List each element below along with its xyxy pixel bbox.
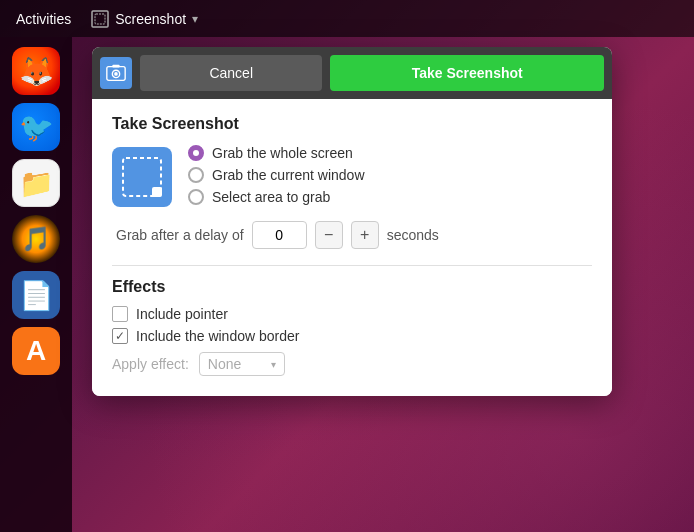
activities-button[interactable]: Activities — [8, 7, 79, 31]
svg-rect-0 — [92, 11, 108, 27]
radio-select-area-label: Select area to grab — [212, 189, 330, 205]
apply-effect-row: Apply effect: None ▾ — [112, 352, 592, 376]
radio-whole-screen[interactable]: Grab the whole screen — [188, 145, 365, 161]
radio-select-area[interactable]: Select area to grab — [188, 189, 365, 205]
app-title-label: Screenshot — [115, 11, 186, 27]
selection-area-icon — [120, 155, 164, 199]
radio-current-window-circle — [188, 167, 204, 183]
cancel-button[interactable]: Cancel — [140, 55, 322, 91]
delay-minus-button[interactable]: − — [315, 221, 343, 249]
delay-input[interactable]: 0 — [252, 221, 307, 249]
svg-rect-1 — [95, 14, 105, 24]
sidebar-item-files[interactable] — [12, 159, 60, 207]
dialog-area: Cancel Take Screenshot Take Screenshot — [72, 37, 694, 532]
toolbar-screenshot-icon — [100, 57, 132, 89]
radio-current-window-label: Grab the current window — [212, 167, 365, 183]
delay-row: Grab after a delay of 0 − + seconds — [112, 221, 592, 249]
radio-whole-screen-circle — [188, 145, 204, 161]
svg-point-5 — [114, 72, 118, 76]
apply-effect-dropdown[interactable]: None ▾ — [199, 352, 285, 376]
camera-icon — [105, 62, 127, 84]
delay-label: Grab after a delay of — [116, 227, 244, 243]
delay-unit-label: seconds — [387, 227, 439, 243]
include-pointer-item[interactable]: Include pointer — [112, 306, 592, 322]
radio-whole-screen-label: Grab the whole screen — [212, 145, 353, 161]
dropdown-arrow-icon: ▾ — [271, 359, 276, 370]
delay-plus-button[interactable]: + — [351, 221, 379, 249]
take-screenshot-button[interactable]: Take Screenshot — [330, 55, 604, 91]
sidebar — [0, 37, 72, 532]
main-section-title: Take Screenshot — [112, 115, 592, 133]
screenshot-dialog: Cancel Take Screenshot Take Screenshot — [92, 47, 612, 396]
sidebar-item-firefox[interactable] — [12, 47, 60, 95]
include-pointer-checkbox[interactable] — [112, 306, 128, 322]
screenshot-app-icon — [91, 10, 109, 28]
radio-current-window[interactable]: Grab the current window — [188, 167, 365, 183]
include-pointer-label: Include pointer — [136, 306, 228, 322]
apply-effect-value: None — [208, 356, 241, 372]
app-title-arrow: ▾ — [192, 12, 198, 26]
screenshot-preview-icon — [112, 147, 172, 207]
radio-select-area-circle — [188, 189, 204, 205]
sidebar-item-writer[interactable] — [12, 271, 60, 319]
sidebar-item-appstore[interactable] — [12, 327, 60, 375]
top-bar: Activities Screenshot ▾ — [0, 0, 694, 37]
effects-section: Effects Include pointer Include the wind… — [112, 265, 592, 376]
svg-rect-4 — [112, 65, 119, 68]
include-border-item[interactable]: Include the window border — [112, 328, 592, 344]
screenshot-options-area: Grab the whole screen Grab the current w… — [112, 145, 592, 207]
svg-rect-7 — [152, 187, 162, 197]
apply-effect-label: Apply effect: — [112, 356, 189, 372]
include-border-label: Include the window border — [136, 328, 299, 344]
dialog-content: Take Screenshot Grab the whole scree — [92, 99, 612, 396]
include-border-checkbox[interactable] — [112, 328, 128, 344]
sidebar-item-thunderbird[interactable] — [12, 103, 60, 151]
sidebar-item-rhythmbox[interactable] — [12, 215, 60, 263]
radio-options: Grab the whole screen Grab the current w… — [188, 145, 365, 205]
effects-title: Effects — [112, 278, 592, 296]
app-title-area: Screenshot ▾ — [91, 10, 198, 28]
dialog-toolbar: Cancel Take Screenshot — [92, 47, 612, 99]
